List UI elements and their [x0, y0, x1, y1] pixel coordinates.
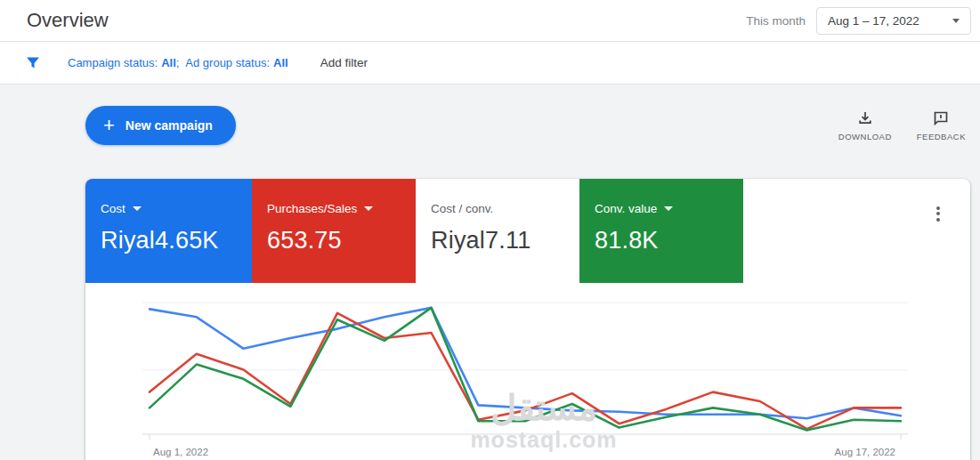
scorecard-spacer [743, 179, 931, 283]
card-menu-button[interactable] [931, 202, 945, 225]
filter-status-chip[interactable]: Campaign status:All; Ad group status:All [68, 56, 288, 69]
scorecard-cost-per-conv-label: Cost / conv. [431, 202, 493, 215]
new-campaign-button[interactable]: + New campaign [85, 106, 236, 145]
filter-separator: ; [176, 56, 180, 69]
scorecard-cost-per-conv[interactable]: Cost / conv. Riyal7.11 [416, 179, 579, 283]
scorecard-cost-value: Riyal4.65K [101, 227, 252, 254]
scorecard-conv-value-value: 81.8K [595, 227, 743, 254]
add-filter-button[interactable]: Add filter [320, 56, 368, 69]
scorecard-conv-value-label: Conv. value [595, 202, 657, 215]
series-line-cost [150, 308, 901, 418]
campaign-status-label: Campaign status: [68, 56, 158, 69]
scorecard-purchases-sales-value: 653.75 [267, 227, 416, 254]
scorecard-conv-value[interactable]: Conv. value 81.8K [579, 179, 743, 283]
scorecard-purchases-sales-label: Purchases/Sales [267, 202, 357, 215]
feedback-button[interactable]: FEEDBACK [917, 109, 966, 141]
download-arrow-icon [856, 109, 874, 127]
scorecard-purchases-sales[interactable]: Purchases/Sales 653.75 [252, 179, 416, 283]
caret-down-icon [952, 19, 960, 23]
x-axis-labels: Aug 1, 2022 Aug 17, 2022 [142, 445, 908, 457]
feedback-label: FEEDBACK [917, 132, 966, 141]
page-title: Overview [27, 9, 109, 32]
caret-down-icon [133, 206, 142, 211]
scorecard-cost[interactable]: Cost Riyal4.65K [85, 179, 252, 283]
kebab-vertical-icon [936, 206, 940, 210]
campaign-status-value: All [161, 56, 176, 69]
caret-down-icon [364, 206, 373, 211]
new-campaign-label: New campaign [126, 118, 213, 133]
trend-chart-svg [142, 292, 908, 445]
x-axis-start-label: Aug 1, 2022 [153, 447, 208, 457]
x-axis-end-label: Aug 17, 2022 [835, 447, 895, 457]
date-range-preset-label: This month [746, 14, 806, 28]
ad-group-status-value: All [273, 56, 288, 69]
download-label: DOWNLOAD [838, 132, 892, 141]
filter-icon [25, 55, 41, 71]
main-content: + New campaign DOWNLOAD FEEDBACK Cost [0, 85, 980, 460]
date-range-value: Aug 1 – 17, 2022 [828, 14, 919, 28]
scorecard-cost-per-conv-value: Riyal7.11 [431, 227, 579, 254]
top-bar: Overview This month Aug 1 – 17, 2022 [0, 0, 980, 42]
filter-bar: Campaign status:All; Ad group status:All… [0, 42, 980, 85]
download-button[interactable]: DOWNLOAD [838, 109, 892, 141]
card-actions: DOWNLOAD FEEDBACK [838, 106, 966, 141]
plus-icon: + [103, 116, 115, 135]
scorecard-cost-label: Cost [101, 202, 126, 215]
overview-card: Cost Riyal4.65K Purchases/Sales 653.75 C… [85, 179, 970, 460]
caret-down-icon [664, 206, 673, 211]
date-range-area: This month Aug 1 – 17, 2022 [746, 7, 971, 35]
series-line-purchases-sales [150, 313, 901, 429]
series-line-conv-value [150, 308, 901, 431]
trend-chart: Aug 1, 2022 Aug 17, 2022 مستقل mostaql.c… [85, 283, 970, 460]
ad-group-status-label: Ad group status: [185, 56, 270, 69]
date-range-selector[interactable]: Aug 1 – 17, 2022 [816, 7, 971, 35]
scorecard-row: Cost Riyal4.65K Purchases/Sales 653.75 C… [85, 179, 970, 283]
actions-row: + New campaign DOWNLOAD FEEDBACK [85, 106, 980, 163]
speech-bubble-exclamation-icon [932, 109, 950, 127]
